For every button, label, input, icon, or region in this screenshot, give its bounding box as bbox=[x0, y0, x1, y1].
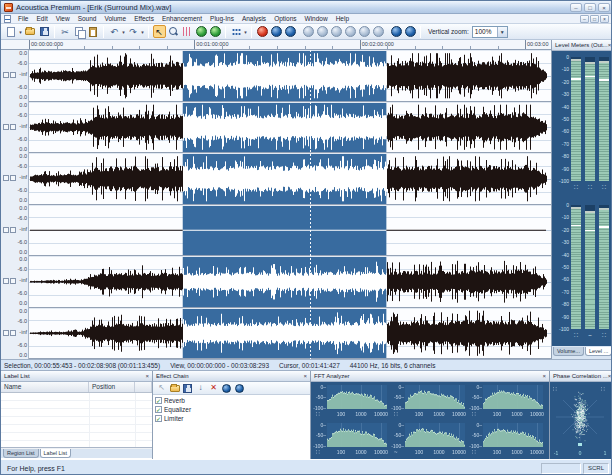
channel-toggle-icon[interactable] bbox=[10, 124, 16, 130]
loop-selection-button[interactable] bbox=[404, 25, 417, 38]
forward-button[interactable] bbox=[358, 25, 371, 38]
channel-3-buttons[interactable] bbox=[3, 175, 16, 181]
channel-toggle-icon[interactable] bbox=[3, 227, 9, 233]
menu-item-analysis[interactable]: Analysis bbox=[238, 15, 270, 22]
channel-matrix-dropdown-icon[interactable]: ▾ bbox=[243, 25, 248, 38]
restore-button[interactable]: □ bbox=[584, 3, 596, 12]
new-button[interactable] bbox=[5, 25, 18, 38]
close-icon[interactable]: × bbox=[608, 42, 612, 48]
redo-button[interactable]: ↷ bbox=[127, 25, 140, 38]
redo-dropdown-icon[interactable]: ▾ bbox=[140, 25, 145, 38]
menu-item-plugins[interactable]: Plug-Ins bbox=[206, 15, 238, 22]
child-close-button[interactable]: × bbox=[600, 15, 609, 23]
copy-button[interactable] bbox=[73, 25, 86, 38]
channel-1-buttons[interactable] bbox=[3, 72, 16, 78]
menu-item-view[interactable]: View bbox=[52, 15, 74, 22]
channel-toggle-icon[interactable] bbox=[10, 278, 16, 284]
go-to-start-button[interactable] bbox=[302, 25, 315, 38]
time-ruler[interactable]: 00:00:00:00000:01:00:00000:02:00:00000:0… bbox=[1, 40, 551, 50]
effect-checkbox[interactable]: ✓ bbox=[155, 415, 162, 422]
channel-matrix-button[interactable] bbox=[230, 25, 243, 38]
insert-down-button[interactable]: ↓ bbox=[195, 383, 206, 394]
vertical-zoom-combobox[interactable]: 100% ▼ bbox=[472, 26, 508, 38]
column-header-name[interactable]: Name bbox=[1, 382, 89, 392]
select-tool-button[interactable]: ↖ bbox=[153, 25, 166, 38]
minimize-button[interactable]: – bbox=[570, 3, 582, 12]
undo-dropdown-icon[interactable]: ▾ bbox=[121, 25, 126, 38]
menu-item-edit[interactable]: Edit bbox=[32, 15, 51, 22]
menu-item-volume[interactable]: Volume bbox=[100, 15, 130, 22]
open-button[interactable] bbox=[24, 25, 37, 38]
channel-4-buttons[interactable] bbox=[3, 227, 16, 233]
close-icon[interactable]: × bbox=[608, 373, 612, 379]
channel-toggle-icon[interactable] bbox=[10, 330, 16, 336]
child-restore-button[interactable]: □ bbox=[590, 15, 599, 23]
open-box-button[interactable] bbox=[169, 383, 180, 394]
go-to-end-button[interactable] bbox=[372, 25, 385, 38]
cut-button[interactable]: ✂ bbox=[59, 25, 72, 38]
close-icon[interactable]: × bbox=[145, 373, 149, 379]
column-header-position[interactable]: Position bbox=[89, 382, 135, 392]
loop-playback-button[interactable] bbox=[209, 25, 222, 38]
label-list-rows[interactable] bbox=[1, 393, 152, 447]
meter-scale-label: -80 bbox=[555, 154, 569, 159]
chevron-down-icon[interactable]: ▼ bbox=[497, 27, 507, 37]
rewind-button[interactable] bbox=[316, 25, 329, 38]
close-icon[interactable]: × bbox=[303, 373, 307, 379]
label-list-header[interactable]: NamePosition bbox=[1, 382, 152, 393]
effect-item-equalizer[interactable]: ✓Equalizer bbox=[155, 405, 308, 414]
menu-item-window[interactable]: Window bbox=[301, 15, 332, 22]
save-button[interactable] bbox=[38, 25, 51, 38]
preview-button[interactable] bbox=[221, 383, 232, 394]
menu-item-help[interactable]: Help bbox=[332, 15, 353, 22]
document-icon[interactable] bbox=[4, 15, 11, 23]
paste-button[interactable] bbox=[87, 25, 100, 38]
tab-level[interactable]: Level ... bbox=[585, 347, 612, 356]
meter-scale-label: -30 bbox=[555, 240, 569, 245]
scrub-tool-button[interactable] bbox=[181, 25, 194, 38]
effect-checkbox[interactable]: ✓ bbox=[155, 406, 162, 413]
bottom-panels: Label List × NamePosition Region ListLab… bbox=[1, 371, 612, 459]
close-icon[interactable]: × bbox=[542, 373, 546, 379]
channel-toggle-icon[interactable] bbox=[10, 227, 16, 233]
channel-5-buttons[interactable] bbox=[3, 278, 16, 284]
pause-button[interactable] bbox=[344, 25, 357, 38]
channel-toggle-icon[interactable] bbox=[10, 175, 16, 181]
channel-toggle-icon[interactable] bbox=[3, 175, 9, 181]
menu-item-enhancement[interactable]: Enhancement bbox=[158, 15, 206, 22]
loop-button[interactable] bbox=[390, 25, 403, 38]
speaker-icon: ∷ bbox=[571, 184, 581, 190]
menu-item-sound[interactable]: Sound bbox=[74, 15, 101, 22]
channel-toggle-icon[interactable] bbox=[3, 72, 9, 78]
channel-toggle-icon[interactable] bbox=[3, 330, 9, 336]
channel-toggle-icon[interactable] bbox=[3, 278, 9, 284]
menu-item-effects[interactable]: Effects bbox=[130, 15, 158, 22]
stop-button[interactable] bbox=[330, 25, 343, 38]
tab-volume[interactable]: Volume... bbox=[553, 347, 584, 356]
undo-button[interactable]: ↶ bbox=[108, 25, 121, 38]
play-button[interactable] bbox=[270, 25, 283, 38]
effect-checkbox[interactable]: ✓ bbox=[155, 397, 162, 404]
pointer-button[interactable]: ↖ bbox=[156, 383, 167, 394]
close-button[interactable]: × bbox=[598, 3, 610, 12]
menu-item-options[interactable]: Options bbox=[270, 15, 300, 22]
tab-label-list[interactable]: Label List bbox=[40, 449, 72, 458]
menu-item-file[interactable]: File bbox=[14, 15, 32, 22]
play-selection-button[interactable] bbox=[195, 25, 208, 38]
channel-2-buttons[interactable] bbox=[3, 124, 16, 130]
tab-region-list[interactable]: Region List bbox=[3, 449, 39, 458]
record-button[interactable] bbox=[256, 25, 269, 38]
bypass-button[interactable] bbox=[234, 383, 245, 394]
delete-button[interactable]: ✕ bbox=[208, 383, 219, 394]
play-all-button[interactable] bbox=[284, 25, 297, 38]
new-dropdown-icon[interactable]: ▾ bbox=[18, 25, 23, 38]
channel-6-buttons[interactable] bbox=[3, 330, 16, 336]
zoom-tool-button[interactable] bbox=[167, 25, 180, 38]
waveform-canvas[interactable] bbox=[29, 50, 551, 359]
save-button[interactable] bbox=[182, 383, 193, 394]
channel-toggle-icon[interactable] bbox=[3, 124, 9, 130]
channel-toggle-icon[interactable] bbox=[10, 72, 16, 78]
child-minimize-button[interactable]: – bbox=[580, 15, 589, 23]
effect-item-reverb[interactable]: ✓Reverb bbox=[155, 396, 308, 405]
effect-item-limiter[interactable]: ✓Limiter bbox=[155, 414, 308, 423]
